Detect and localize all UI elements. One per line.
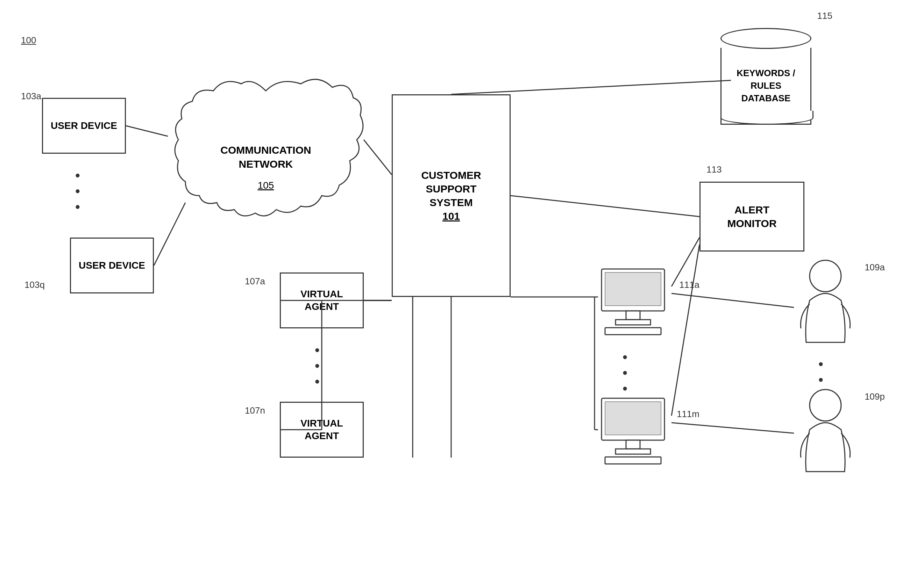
svg-line-18 — [451, 81, 731, 94]
user-device-1: USER DEVICE — [42, 98, 126, 154]
dots-virtual-agents: ••• — [315, 342, 320, 390]
diagram-container: 100 USER DEVICE 103a ••• USER DEVICE 103… — [0, 0, 924, 582]
ref-103a: 103a — [21, 91, 41, 102]
svg-rect-11 — [615, 449, 650, 454]
svg-rect-7 — [605, 328, 661, 335]
customer-support-system: CUSTOMERSUPPORTSYSTEM101 — [392, 94, 511, 297]
svg-line-35 — [672, 293, 794, 307]
communication-network: COMMUNICATION NETWORK 105 — [168, 70, 364, 232]
svg-line-20 — [672, 238, 700, 286]
svg-rect-5 — [626, 311, 640, 320]
ref-100: 100 — [21, 35, 36, 46]
svg-line-17 — [364, 140, 392, 175]
ref-109a: 109a — [865, 262, 885, 273]
ref-107n: 107n — [245, 405, 265, 416]
keywords-database: KEYWORDS /RULESDATABASE 115 — [721, 28, 812, 125]
svg-rect-10 — [626, 440, 640, 449]
svg-point-14 — [810, 390, 841, 421]
virtual-agent-1: VIRTUALAGENT — [280, 273, 364, 328]
dots-user-devices: ••• — [75, 168, 81, 215]
svg-text:COMMUNICATION: COMMUNICATION — [220, 144, 311, 156]
virtual-agent-2: VIRTUALAGENT — [280, 402, 364, 458]
ref-109p: 109p — [865, 391, 885, 402]
svg-rect-9 — [605, 402, 661, 435]
svg-line-19 — [511, 196, 700, 217]
svg-rect-12 — [605, 457, 661, 464]
svg-rect-6 — [615, 320, 650, 325]
alert-monitor: ALERTMONITOR — [700, 182, 804, 252]
ref-113: 113 — [706, 164, 721, 175]
svg-text:NETWORK: NETWORK — [239, 158, 293, 170]
svg-rect-4 — [605, 273, 661, 306]
dots-computers: ••• — [622, 349, 627, 396]
computer-2: 111m — [594, 395, 672, 466]
person-1: 109a — [794, 258, 857, 351]
ref-111a: 111a — [679, 279, 700, 290]
person-2: 109p — [794, 388, 857, 480]
ref-115: 115 — [817, 10, 832, 21]
ref-103q: 103q — [25, 279, 45, 290]
svg-point-13 — [810, 260, 841, 292]
ref-111m: 111m — [677, 409, 700, 419]
user-device-2: USER DEVICE — [70, 238, 154, 293]
svg-text:105: 105 — [258, 180, 274, 191]
ref-107a: 107a — [245, 276, 265, 287]
svg-line-21 — [672, 245, 700, 416]
svg-line-36 — [672, 423, 794, 433]
computer-1: 111a — [594, 265, 672, 337]
svg-line-15 — [126, 126, 168, 136]
